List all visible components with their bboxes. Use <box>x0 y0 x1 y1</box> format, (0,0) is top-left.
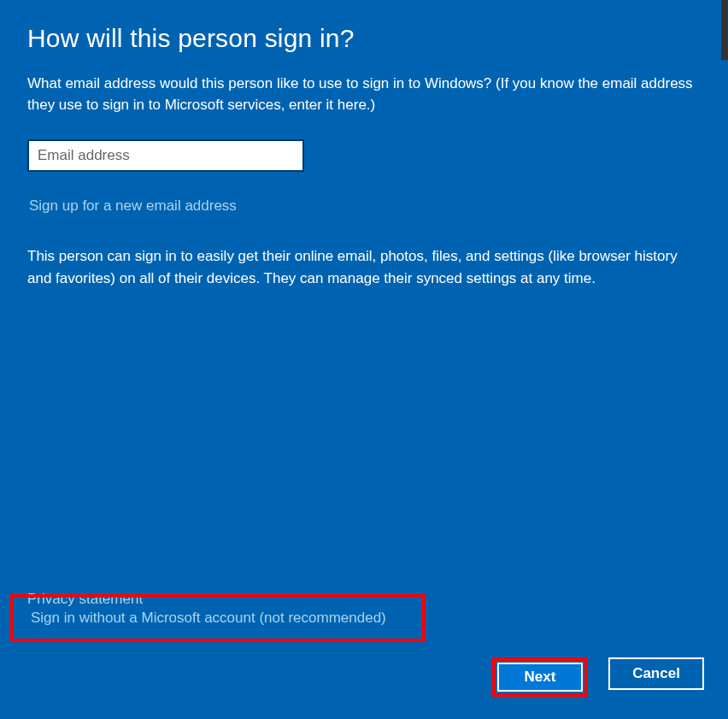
email-input[interactable] <box>27 139 304 172</box>
scrollbar-thumb[interactable] <box>721 0 728 60</box>
description-text: What email address would this person lik… <box>27 74 701 115</box>
cancel-button[interactable]: Cancel <box>608 657 704 690</box>
next-button-highlight: Next <box>492 657 588 697</box>
page-title: How will this person sign in? <box>27 24 701 53</box>
sign-in-without-account-link[interactable]: Sign in without a Microsoft account (not… <box>31 610 386 626</box>
button-row: Next Cancel <box>492 657 704 697</box>
next-button[interactable]: Next <box>497 663 583 692</box>
info-text: This person can sign in to easily get th… <box>27 245 701 289</box>
signup-link[interactable]: Sign up for a new email address <box>29 197 237 215</box>
no-account-highlight: Sign in without a Microsoft account (not… <box>10 594 426 642</box>
dialog-content: How will this person sign in? What email… <box>0 0 728 289</box>
